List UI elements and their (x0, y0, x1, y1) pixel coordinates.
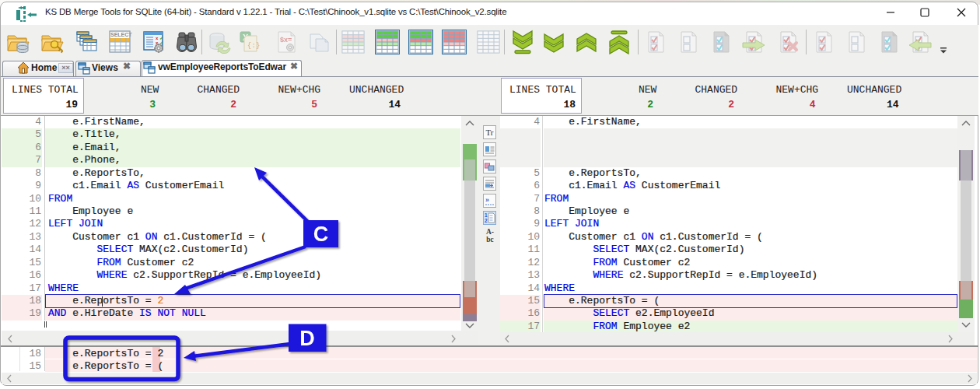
svg-text:C: C (313, 223, 329, 246)
svg-text:D: D (299, 327, 315, 350)
